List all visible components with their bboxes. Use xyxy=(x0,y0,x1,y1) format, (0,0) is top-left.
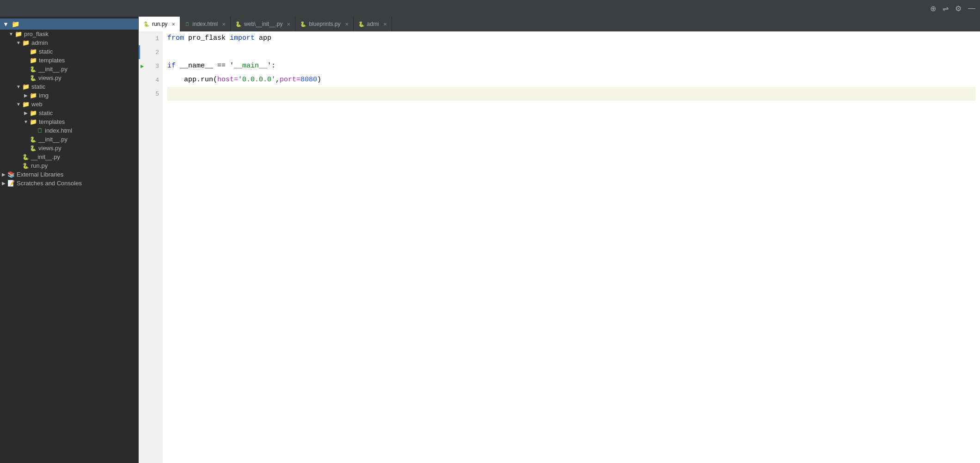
tree-arrow: ▶ xyxy=(0,181,7,186)
top-bar: ⊕ ⇌ ⚙ — xyxy=(0,0,980,17)
line-num-text: 4 xyxy=(155,77,159,84)
tree-item-label: templates xyxy=(39,57,65,64)
tree-arrow: ▶ xyxy=(22,110,30,116)
tree-item-label: Scratches and Consoles xyxy=(17,180,82,187)
minimize-icon[interactable]: — xyxy=(968,4,975,12)
code-token: if xyxy=(167,59,176,73)
tree-item-ext-libs[interactable]: ▶📚External Libraries xyxy=(0,170,138,179)
project-sidebar: ▼ 📁 ▼📁pro_flask▼📁admin📁static📁templates🐍… xyxy=(0,17,139,463)
tab-close-button[interactable]: ✕ xyxy=(222,22,226,27)
tree-item-run-py[interactable]: 🐍run.py xyxy=(0,161,138,170)
code-token: '0.0.0.0' xyxy=(238,73,276,87)
tree-arrow: ▼ xyxy=(7,31,15,37)
sidebar-chevron: ▼ xyxy=(3,21,9,28)
tree-item-web-views[interactable]: 🐍views.py xyxy=(0,144,138,152)
code-token: app.run( xyxy=(167,73,217,87)
code-editor[interactable]: from pro_flask import appif __name__ == … xyxy=(163,31,980,463)
html-icon: 🗒 xyxy=(37,127,43,134)
code-token: __name__ xyxy=(176,59,217,73)
code-token: ) xyxy=(317,73,321,87)
scratches-icon: 📝 xyxy=(7,180,15,187)
line-number-4: 4 xyxy=(139,73,163,87)
tab-run-py[interactable]: 🐍run.py✕ xyxy=(139,17,180,31)
tree-item-admin-static[interactable]: 📁static xyxy=(0,47,138,56)
tab-web-init[interactable]: 🐍web\__init__.py✕ xyxy=(231,17,295,31)
code-token: ' xyxy=(226,59,234,73)
code-line-1: from pro_flask import app xyxy=(167,31,975,45)
editor-content: 12▶345 from pro_flask import appif __nam… xyxy=(139,31,980,463)
tree-item-pro_flask-init[interactable]: 🐍__init__.py xyxy=(0,152,138,161)
tree-item-web[interactable]: ▼📁web xyxy=(0,100,138,109)
tree-item-label: __init__.py xyxy=(38,66,67,73)
run-button[interactable]: ▶ xyxy=(141,63,144,70)
tree-item-label: views.py xyxy=(38,74,61,81)
tab-bar: 🐍run.py✕🗒index.html✕🐍web\__init__.py✕🐍bl… xyxy=(139,17,980,31)
py-icon: 🐍 xyxy=(22,154,29,160)
tab-close-button[interactable]: ✕ xyxy=(383,22,387,27)
folder-icon: 📁 xyxy=(22,39,30,46)
tree-item-web-templates[interactable]: ▼📁templates xyxy=(0,117,138,126)
line-number-2: 2 xyxy=(139,45,163,59)
code-token: from xyxy=(167,31,184,45)
code-token: == xyxy=(217,59,226,73)
tab-label: run.py xyxy=(152,21,167,27)
sidebar-header: ▼ 📁 xyxy=(0,18,138,30)
tree-item-label: run.py xyxy=(31,162,48,169)
tree-item-label: __init__.py xyxy=(31,153,60,160)
folder-icon: 📁 xyxy=(30,57,37,64)
code-token: import xyxy=(230,31,255,45)
tree-item-scratches[interactable]: ▶📝Scratches and Consoles xyxy=(0,179,138,188)
tree-item-label: __init__.py xyxy=(38,136,67,143)
tab-close-button[interactable]: ✕ xyxy=(345,22,349,27)
tab-icon-html: 🗒 xyxy=(185,21,190,27)
tree-item-web-static[interactable]: ▶📁static xyxy=(0,109,138,117)
tree-item-admin-templates[interactable]: 📁templates xyxy=(0,56,138,65)
file-tree: ▼📁pro_flask▼📁admin📁static📁templates🐍__in… xyxy=(0,30,138,188)
tab-icon-py: 🐍 xyxy=(143,21,150,27)
line-num-text: 1 xyxy=(155,35,159,42)
tree-item-web-templates-index[interactable]: 🗒index.html xyxy=(0,126,138,135)
tree-item-pro_flask[interactable]: ▼📁pro_flask xyxy=(0,30,138,38)
tab-icon-py2: 🐍 xyxy=(235,21,242,27)
line-gutter: 12▶345 xyxy=(139,31,163,463)
py-icon: 🐍 xyxy=(30,66,37,73)
code-line-5 xyxy=(167,87,975,101)
split-icon[interactable]: ⇌ xyxy=(943,4,949,13)
tree-item-label: pro_flask xyxy=(24,30,49,37)
tree-item-web-init[interactable]: 🐍__init__.py xyxy=(0,135,138,144)
folder-icon: 📁 xyxy=(30,110,37,116)
py-icon: 🐍 xyxy=(30,136,37,143)
code-token: __main__ xyxy=(234,59,267,73)
tab-close-button[interactable]: ✕ xyxy=(287,22,290,27)
tree-item-admin-init[interactable]: 🐍__init__.py xyxy=(0,65,138,73)
line-num-text: 2 xyxy=(155,49,159,56)
tree-item-pro_flask-static[interactable]: ▼📁static xyxy=(0,82,138,91)
tab-admi[interactable]: 🐍admi✕ xyxy=(354,17,392,31)
tree-item-label: static xyxy=(39,48,53,55)
code-token: , xyxy=(276,73,280,87)
tree-item-static-img[interactable]: ▶📁img xyxy=(0,91,138,100)
tab-label: blueprints.py xyxy=(309,21,340,27)
tree-arrow: ▶ xyxy=(0,172,7,177)
tab-blueprints-py[interactable]: 🐍blueprints.py✕ xyxy=(295,17,353,31)
tree-arrow: ▼ xyxy=(15,102,22,107)
tree-arrow: ▼ xyxy=(15,40,22,45)
tree-item-admin[interactable]: ▼📁admin xyxy=(0,38,138,47)
tree-item-label: static xyxy=(39,110,53,116)
code-token: app xyxy=(255,31,271,45)
blue-gutter-bar xyxy=(139,45,140,59)
tab-label: web\__init__.py xyxy=(244,21,282,27)
folder-icon: 📁 xyxy=(30,118,37,125)
line-number-3: ▶3 xyxy=(139,59,163,73)
navigation-icon[interactable]: ⊕ xyxy=(930,4,936,13)
settings-icon[interactable]: ⚙ xyxy=(955,4,962,13)
tab-index-html[interactable]: 🗒index.html✕ xyxy=(180,17,231,31)
tree-item-label: views.py xyxy=(38,145,61,152)
top-bar-icons: ⊕ ⇌ ⚙ — xyxy=(930,4,975,13)
tree-item-label: static xyxy=(31,83,45,90)
tree-item-label: templates xyxy=(39,118,65,125)
line-number-1: 1 xyxy=(139,31,163,45)
tab-close-button[interactable]: ✕ xyxy=(172,22,175,27)
tree-arrow: ▶ xyxy=(22,93,30,98)
tree-item-admin-views[interactable]: 🐍views.py xyxy=(0,73,138,82)
